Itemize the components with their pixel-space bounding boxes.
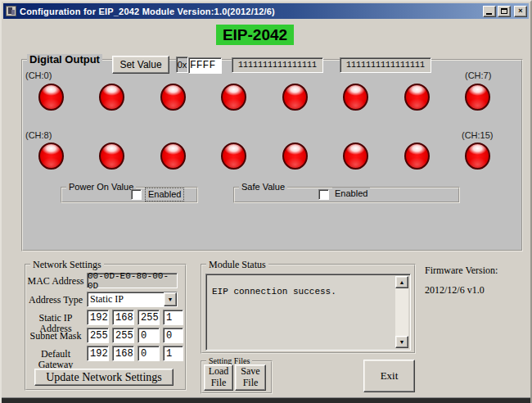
subnet-mask-label: Subnet Mask — [25, 331, 87, 342]
minimize-button[interactable] — [483, 6, 496, 17]
do-led-ch2[interactable] — [160, 84, 186, 111]
power-on-enabled-label[interactable]: Enabled — [145, 188, 184, 202]
subnet-mask-octet-2[interactable]: 255 — [112, 328, 134, 343]
scroll-up-button[interactable]: ▲ — [395, 276, 408, 288]
subnet-mask-octet-3[interactable]: 0 — [138, 328, 160, 343]
window-bottom-edge — [2, 397, 530, 403]
channel-label-ch15: (CH:15) — [462, 130, 494, 140]
window-title: Configuration for EIP_2042 Module Versio… — [20, 7, 481, 16]
default-gateway-octet-4[interactable]: 1 — [163, 346, 183, 361]
module-status-text: EIP connection success. — [212, 287, 336, 297]
do-led-ch11[interactable] — [221, 143, 246, 170]
led-row-ch8-ch15 — [38, 143, 490, 171]
static-ip-octet-1[interactable]: 192 — [87, 310, 109, 325]
close-icon: × — [518, 7, 522, 15]
set-value-button[interactable]: Set Value — [112, 56, 169, 74]
maximize-icon — [501, 8, 507, 14]
power-on-enabled-checkbox[interactable] — [131, 189, 142, 200]
channel-label-ch8: (CH:8) — [25, 130, 52, 140]
exit-button[interactable]: Exit — [363, 360, 415, 392]
safe-value-label: Safe Value — [239, 183, 287, 192]
channel-label-ch0: (CH:0) — [25, 70, 52, 80]
do-led-ch14[interactable] — [404, 143, 430, 170]
address-type-dropdown[interactable]: Static IP ▼ — [87, 292, 178, 307]
update-network-settings-button[interactable]: Update Network Settings — [34, 369, 174, 386]
hex-prefix-label: 0x — [176, 57, 188, 73]
mac-address-label: MAC Address — [25, 276, 87, 287]
network-settings-group-label: Network Settings — [30, 260, 104, 269]
chevron-down-icon: ▼ — [168, 297, 174, 302]
static-ip-octet-3[interactable]: 255 — [138, 310, 160, 325]
binary-display-2: 1111111111111111 — [340, 57, 431, 73]
do-led-ch10[interactable] — [160, 143, 186, 170]
firmware-version-value: 2012/12/6 v1.0 — [425, 284, 485, 297]
power-on-value-label: Power On Value — [66, 183, 136, 192]
save-file-button[interactable]: Save File — [235, 365, 266, 391]
channel-label-ch7: (CH:7) — [465, 70, 491, 80]
static-ip-octet-4[interactable]: 1 — [163, 310, 183, 325]
default-gateway-label: Default Gateway — [25, 349, 87, 370]
do-led-ch8[interactable] — [38, 143, 64, 170]
do-led-ch0[interactable] — [38, 84, 64, 111]
led-row-ch0-ch7 — [38, 84, 490, 112]
static-ip-octet-2[interactable]: 168 — [112, 310, 134, 325]
do-led-ch12[interactable] — [282, 143, 308, 170]
do-led-ch7[interactable] — [465, 84, 490, 111]
do-led-ch15[interactable] — [465, 143, 490, 170]
default-gateway-octet-1[interactable]: 192 — [87, 346, 109, 361]
app-window: Configuration for EIP_2042 Module Versio… — [0, 0, 532, 403]
module-status-textarea[interactable]: EIP connection success. ▲ ▼ — [205, 274, 411, 351]
mac-address-value: 00-0D-E0-80-00-0D — [87, 273, 178, 288]
maximize-button[interactable] — [498, 6, 511, 17]
address-type-label: Address Type — [25, 295, 87, 306]
close-button[interactable]: × — [514, 6, 527, 17]
subnet-mask-octet-4[interactable]: 0 — [163, 328, 183, 343]
do-led-ch3[interactable] — [221, 84, 246, 111]
do-led-ch6[interactable] — [404, 84, 430, 111]
arrow-down-icon: ▼ — [399, 339, 405, 345]
dropdown-arrow-button[interactable]: ▼ — [164, 292, 177, 306]
do-led-ch5[interactable] — [343, 84, 368, 111]
do-led-ch4[interactable] — [282, 84, 308, 111]
minimize-icon — [486, 13, 492, 15]
firmware-version-label: Firmware Version: — [425, 265, 498, 277]
app-icon[interactable] — [6, 6, 16, 16]
digital-output-group-label: Digital Output — [27, 54, 102, 65]
arrow-up-icon: ▲ — [399, 279, 405, 285]
default-gateway-octet-3[interactable]: 0 — [138, 346, 160, 361]
load-file-button[interactable]: Load File — [204, 365, 233, 391]
default-gateway-octet-2[interactable]: 168 — [112, 346, 134, 361]
do-led-ch13[interactable] — [343, 143, 368, 170]
subnet-mask-octet-1[interactable]: 255 — [87, 328, 109, 343]
binary-display-1: 1111111111111111 — [232, 57, 323, 73]
status-scrollbar[interactable]: ▲ ▼ — [395, 276, 408, 348]
module-status-group-label: Module Status — [206, 260, 268, 269]
address-type-selected: Static IP — [88, 292, 164, 306]
do-led-ch1[interactable] — [99, 84, 124, 111]
safe-value-enabled-label[interactable]: Enabled — [332, 188, 370, 200]
safe-value-enabled-checkbox[interactable] — [318, 189, 329, 200]
scroll-down-button[interactable]: ▼ — [395, 336, 408, 348]
title-bar: Configuration for EIP_2042 Module Versio… — [3, 3, 529, 19]
model-badge: EIP-2042 — [216, 25, 294, 45]
hex-value-input[interactable] — [188, 57, 222, 74]
do-led-ch9[interactable] — [99, 143, 124, 170]
